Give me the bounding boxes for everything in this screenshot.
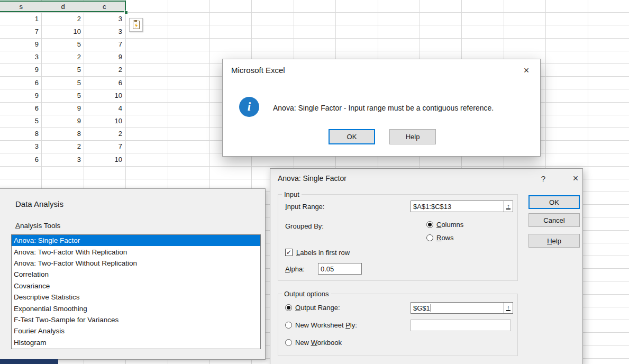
spreadsheet-cell[interactable]: 8	[42, 128, 85, 140]
alpha-label: Alpha:	[285, 265, 305, 273]
input-range-picker-button[interactable]: ↑	[504, 201, 513, 212]
spreadsheet-cell[interactable]: 1	[0, 12, 42, 25]
spreadsheet-cell[interactable]: 5	[42, 63, 85, 76]
spreadsheet-cell[interactable]: 7	[85, 38, 126, 50]
spreadsheet-cell[interactable]: 9	[42, 115, 85, 128]
close-icon[interactable]: ×	[518, 63, 535, 77]
spreadsheet-cell[interactable]: 3	[85, 12, 126, 25]
sheet-row: 329	[0, 51, 126, 63]
sheet-row: 882	[0, 128, 126, 140]
columns-radio-label[interactable]: Columns	[436, 221, 463, 229]
column-header-cell[interactable]: s	[0, 2, 42, 11]
selection-fill-handle[interactable]	[124, 11, 128, 14]
analysis-tool-item[interactable]: Exponential Smoothing	[12, 303, 260, 314]
range-picker-icon: ↑	[506, 305, 511, 311]
paste-options-button[interactable]	[129, 18, 143, 32]
spreadsheet-cell[interactable]: 6	[0, 102, 42, 114]
analysis-tool-item[interactable]: Histogram	[12, 337, 260, 348]
analysis-tool-item[interactable]: Covariance	[12, 280, 260, 292]
analysis-tool-item[interactable]: Descriptive Statistics	[12, 292, 260, 303]
data-analysis-dialog: Data Analysis Analysis Tools Anova: Sing…	[0, 188, 266, 360]
range-picker-icon: ↑	[506, 203, 511, 210]
alpha-value: 0.05	[321, 265, 334, 273]
spreadsheet-cell[interactable]: 4	[85, 102, 126, 114]
labels-first-row-label[interactable]: Labels in first row	[296, 249, 350, 257]
output-range-field[interactable]: $G$1	[411, 302, 504, 314]
spreadsheet-cell[interactable]: 9	[0, 38, 42, 50]
spreadsheet-cell[interactable]: 5	[42, 38, 85, 50]
columns-radio[interactable]	[426, 221, 433, 228]
input-range-field[interactable]: $A$1:$C$13	[411, 201, 504, 212]
analysis-tool-item[interactable]: F-Test Two-Sample for Variances	[12, 314, 260, 325]
spreadsheet-cell[interactable]: 7	[85, 140, 126, 153]
dialog-title: Data Analysis	[15, 199, 63, 208]
ok-button[interactable]: OK	[528, 195, 580, 209]
new-worksheet-radio[interactable]	[285, 322, 292, 329]
spreadsheet-cell[interactable]: 2	[42, 12, 85, 25]
spreadsheet-cell[interactable]: 9	[42, 102, 85, 114]
help-button[interactable]: Help	[528, 234, 580, 248]
spreadsheet-cell[interactable]: 10	[85, 115, 126, 128]
output-range-label[interactable]: Output Range:	[295, 304, 340, 312]
dialog-help-icon[interactable]: ?	[536, 172, 551, 185]
spreadsheet-cell[interactable]: 8	[0, 128, 42, 140]
alpha-field[interactable]: 0.05	[318, 263, 362, 275]
spreadsheet-cell[interactable]: 5	[42, 76, 85, 89]
spreadsheet-cell[interactable]: 3	[0, 140, 42, 153]
sheet-row: 952	[0, 63, 126, 76]
spreadsheet-cell[interactable]: 7	[0, 25, 42, 38]
output-range-value: $G$1	[413, 304, 430, 312]
text-cursor	[431, 304, 431, 312]
column-header-cell[interactable]: c	[84, 2, 125, 11]
anova-single-factor-dialog: Anova: Single Factor ? × Input Input Ran…	[270, 168, 583, 364]
analysis-tool-item[interactable]: Anova: Single Factor	[12, 235, 260, 246]
spreadsheet-cell[interactable]: 10	[85, 153, 126, 166]
close-icon[interactable]: ×	[568, 172, 584, 185]
new-workbook-radio[interactable]	[285, 339, 292, 346]
column-header-cell[interactable]: d	[42, 2, 84, 11]
analysis-tools-list[interactable]: Anova: Single FactorAnova: Two-Factor Wi…	[11, 234, 261, 349]
output-range-picker-button[interactable]: ↑	[504, 302, 513, 314]
output-range-radio[interactable]	[285, 304, 292, 311]
input-range-label: Input Range:	[285, 203, 324, 211]
rows-radio-label[interactable]: Rows	[436, 234, 454, 242]
spreadsheet-cell[interactable]: 2	[85, 128, 126, 140]
ok-button[interactable]: OK	[329, 129, 375, 144]
spreadsheet-cell[interactable]: 10	[42, 25, 85, 38]
analysis-tool-item[interactable]: Correlation	[12, 269, 260, 280]
spreadsheet-cell[interactable]: 6	[85, 76, 126, 89]
checkmark-icon: ✓	[286, 249, 291, 256]
spreadsheet-cell[interactable]: 9	[85, 51, 126, 63]
spreadsheet-cell[interactable]: 2	[42, 51, 85, 63]
new-worksheet-field[interactable]	[411, 320, 511, 331]
spreadsheet-cell[interactable]: 9	[0, 89, 42, 102]
sheet-row: 957	[0, 38, 126, 50]
spreadsheet-cell[interactable]: 6	[0, 153, 42, 166]
new-workbook-label[interactable]: New Workbook	[295, 339, 342, 347]
spreadsheet-cell[interactable]: 10	[85, 89, 126, 102]
selected-header-range[interactable]: sdc	[0, 1, 126, 12]
spreadsheet-cell[interactable]: 2	[42, 140, 85, 153]
clipboard-icon	[133, 21, 140, 29]
sheet-row: 694	[0, 102, 126, 114]
labels-first-row-checkbox[interactable]: ✓	[285, 249, 293, 256]
spreadsheet-cell[interactable]: 5	[42, 89, 85, 102]
analysis-tool-item[interactable]: Anova: Two-Factor With Replication	[12, 246, 260, 257]
rows-radio[interactable]	[426, 234, 433, 241]
dialog-title: Microsoft Excel	[231, 66, 285, 75]
cancel-button[interactable]: Cancel	[528, 213, 580, 227]
spreadsheet-cell[interactable]: 9	[0, 63, 42, 76]
analysis-tool-item[interactable]: Fourier Analysis	[12, 325, 260, 336]
analysis-tool-item[interactable]: Anova: Two-Factor Without Replication	[12, 258, 260, 269]
spreadsheet-cell[interactable]: 5	[0, 115, 42, 128]
spreadsheet-cell[interactable]: 2	[85, 63, 126, 76]
help-button[interactable]: Help	[389, 129, 436, 144]
spreadsheet-cell[interactable]: 6	[0, 76, 42, 89]
lightning-icon	[135, 23, 138, 28]
new-worksheet-label[interactable]: New Worksheet Ply:	[295, 321, 357, 329]
input-range-value: $A$1:$C$13	[413, 203, 451, 211]
spreadsheet-cell[interactable]: 3	[85, 25, 126, 38]
window-bottom-bar	[0, 359, 58, 364]
spreadsheet-cell[interactable]: 3	[0, 51, 42, 63]
spreadsheet-cell[interactable]: 3	[42, 153, 85, 166]
